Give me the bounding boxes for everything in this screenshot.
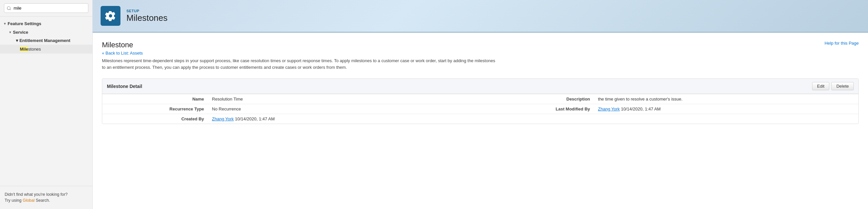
description-value: the time given to resolve a customer's i… (594, 94, 859, 104)
help-link[interactable]: Help for this Page (825, 41, 859, 46)
content-header: Milestone Help for this Page (102, 41, 859, 49)
global-search-link[interactable]: Global (23, 198, 34, 203)
nav-section-feature-settings: ▾ Feature Settings ▾ Service ▾ Entitleme… (0, 19, 92, 54)
feature-settings-label: Feature Settings (8, 21, 41, 26)
search-bar (0, 0, 92, 16)
detail-section-header: Milestone Detail Edit Delete (102, 79, 859, 94)
search-input[interactable] (4, 3, 88, 13)
detail-buttons: Edit Delete (812, 82, 854, 90)
detail-table: Name Resolution Time Description the tim… (102, 94, 859, 124)
milestone-detail-section: Milestone Detail Edit Delete Name Resolu… (102, 78, 859, 124)
sidebar: ▾ Feature Settings ▾ Service ▾ Entitleme… (0, 0, 93, 209)
last-modified-label: Last Modified By (488, 104, 594, 114)
service-label: Service (13, 30, 28, 35)
created-by-value: Zhang York 10/14/2020, 1:47 AM (208, 114, 472, 124)
delete-button[interactable]: Delete (831, 82, 854, 90)
table-row: Name Resolution Time Description the tim… (102, 94, 859, 104)
empty-value (594, 114, 859, 124)
content-area: Milestone Help for this Page Back to Lis… (93, 33, 868, 209)
header-icon-box (101, 6, 120, 26)
chevron-down-icon: ▾ (9, 30, 11, 34)
header-text: SETUP Milestones (126, 9, 167, 23)
milestones-highlight: Milestones (20, 47, 41, 51)
entitlement-management-toggle[interactable]: ▾ Entitlement Management (0, 36, 92, 45)
table-row: Recurrence Type No Recurrence Last Modif… (102, 104, 859, 114)
sidebar-help: Didn't find what you're looking for?Try … (0, 186, 92, 209)
table-row: Created By Zhang York 10/14/2020, 1:47 A… (102, 114, 859, 124)
milestone-heading: Milestone (102, 41, 133, 49)
description-label: Description (488, 94, 594, 104)
page-header: SETUP Milestones (93, 0, 868, 33)
page-title: Milestones (126, 13, 167, 23)
created-by-label: Created By (102, 114, 208, 124)
detail-section-title: Milestone Detail (107, 84, 142, 89)
last-modified-value: Zhang York 10/14/2020, 1:47 AM (594, 104, 859, 114)
feature-settings-toggle[interactable]: ▾ Feature Settings (0, 19, 92, 28)
milestones-nav-item[interactable]: Milestones (0, 45, 92, 54)
created-by-user-link[interactable]: Zhang York (212, 116, 234, 121)
last-modified-user-link[interactable]: Zhang York (598, 106, 620, 111)
service-toggle[interactable]: ▾ Service (0, 28, 92, 36)
description-text: Milestones represent time-dependent step… (102, 58, 499, 70)
entitlement-management-label: Entitlement Management (20, 38, 70, 43)
gear-icon (105, 10, 116, 22)
setup-label: SETUP (126, 9, 167, 13)
empty-label (488, 114, 594, 124)
recurrence-type-value: No Recurrence (208, 104, 472, 114)
highlight-text: Mile (20, 47, 28, 51)
back-to-list-link[interactable]: Back to List: Assets (102, 50, 143, 56)
chevron-down-icon: ▾ (4, 22, 6, 26)
help-text-2: Search. (35, 198, 50, 203)
main-content: SETUP Milestones Milestone Help for this… (93, 0, 868, 209)
name-value: Resolution Time (208, 94, 472, 104)
edit-button[interactable]: Edit (812, 82, 829, 90)
chevron-down-icon: ▾ (16, 38, 20, 43)
name-label: Name (102, 94, 208, 104)
recurrence-type-label: Recurrence Type (102, 104, 208, 114)
nav-tree: ▾ Feature Settings ▾ Service ▾ Entitleme… (0, 16, 92, 186)
